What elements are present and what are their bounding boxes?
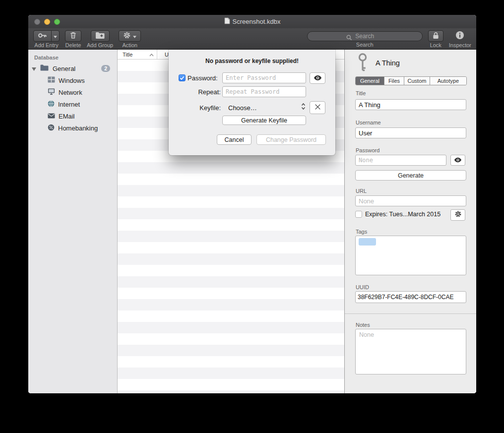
inspector-toggle-button[interactable]	[455, 30, 464, 42]
tab-general[interactable]: General	[356, 77, 384, 85]
gear-icon	[123, 31, 131, 41]
sidebar: Database General 2 Windows Network Inter…	[28, 50, 118, 393]
inspector-label: Inspector	[449, 42, 471, 49]
disclosure-triangle-icon[interactable]	[32, 65, 36, 72]
clear-keyfile-button[interactable]	[310, 101, 325, 114]
sidebar-item-label: Internet	[58, 101, 80, 108]
network-icon	[48, 88, 55, 96]
coin-percent-icon	[48, 124, 55, 132]
folder-plus-icon	[95, 32, 105, 41]
column-header-title[interactable]: Title	[118, 50, 157, 59]
titlebar: Screenshot.kdbx	[28, 15, 476, 28]
sidebar-item-label: Windows	[59, 77, 85, 84]
entry-title: A Thing	[376, 59, 400, 67]
eye-icon	[314, 74, 322, 83]
sidebar-item-email[interactable]: EMail	[28, 110, 117, 122]
url-field[interactable]	[355, 195, 466, 206]
new-password-input[interactable]	[222, 72, 306, 83]
entry-count-badge: 2	[101, 65, 110, 72]
tab-files[interactable]: Files	[384, 77, 404, 85]
action-label: Action	[122, 42, 137, 49]
username-label: Username	[356, 120, 381, 125]
close-button[interactable]	[34, 19, 40, 25]
tags-label: Tags	[356, 229, 367, 235]
chevron-down-icon	[54, 32, 57, 40]
change-password-button[interactable]: Change Password	[256, 134, 326, 145]
expires-checkbox[interactable]	[355, 211, 362, 218]
cancel-button[interactable]: Cancel	[217, 134, 252, 145]
toolbar-item-inspector: Inspector	[449, 30, 471, 49]
generate-keyfile-button[interactable]: Generate Keyfile	[222, 116, 306, 125]
repeat-password-input[interactable]	[222, 86, 306, 97]
toolbar: Add Entry Delete Add Group Action Search	[28, 28, 476, 50]
expires-settings-button[interactable]	[450, 209, 465, 221]
add-entry-label: Add Entry	[34, 42, 58, 49]
sidebar-item-label: EMail	[59, 113, 75, 120]
sidebar-item-network[interactable]: Network	[28, 86, 117, 98]
lock-icon	[433, 32, 439, 41]
windows-icon	[48, 76, 55, 84]
sidebar-item-homebanking[interactable]: Homebanking	[28, 122, 117, 134]
notes-placeholder: None	[359, 331, 374, 338]
sidebar-item-internet[interactable]: Internet	[28, 98, 117, 110]
password-field[interactable]	[355, 155, 446, 166]
reveal-new-password-button[interactable]	[310, 72, 325, 84]
expires-label: Expires: Tues...March 2015	[365, 211, 441, 218]
delete-label: Delete	[65, 42, 81, 49]
sort-ascending-icon	[149, 52, 154, 58]
toolbar-item-action: Action	[119, 30, 141, 49]
tab-custom[interactable]: Custom	[404, 77, 430, 85]
delete-button[interactable]	[65, 30, 81, 42]
title-field[interactable]	[355, 99, 466, 110]
sidebar-item-windows[interactable]: Windows	[28, 74, 117, 86]
globe-icon	[48, 100, 55, 109]
uuid-label: UUID	[356, 284, 369, 290]
sidebar-item-label: Network	[59, 89, 82, 96]
notes-field[interactable]: None	[355, 329, 466, 374]
password-checkbox[interactable]	[179, 74, 186, 81]
generate-password-button[interactable]: Generate	[355, 170, 466, 181]
url-label: URL	[356, 188, 367, 194]
username-field[interactable]	[355, 127, 466, 138]
chevron-down-icon	[133, 32, 136, 40]
sidebar-item-general[interactable]: General 2	[28, 62, 117, 74]
lock-label: Lock	[430, 42, 441, 49]
toolbar-item-add-entry: Add Entry	[33, 30, 60, 49]
reveal-password-button[interactable]	[450, 155, 465, 166]
search-input[interactable]	[308, 32, 422, 41]
column-header-username[interactable]: U	[157, 52, 169, 58]
tags-field[interactable]	[355, 236, 466, 275]
add-entry-dropdown[interactable]	[51, 30, 60, 42]
info-circle-icon	[455, 31, 464, 42]
minimize-button[interactable]	[44, 19, 50, 25]
tag-token[interactable]	[359, 238, 376, 246]
keyfile-popup[interactable]: Choose…	[228, 104, 257, 112]
key-icon	[38, 32, 47, 41]
eye-icon	[454, 156, 462, 165]
gear-icon	[454, 210, 462, 220]
notes-label: Notes	[356, 322, 370, 328]
envelope-icon	[48, 113, 55, 120]
title-label: Title	[356, 90, 366, 96]
app-window: Screenshot.kdbx Add Entry Delete Add Gro…	[28, 15, 476, 393]
lock-button[interactable]	[428, 30, 443, 42]
sheet-message: No password or keyfile supplied!	[169, 58, 335, 64]
action-button[interactable]	[119, 30, 141, 42]
add-entry-button[interactable]	[33, 30, 52, 42]
inspector-tabs: General Files Custom Autotype	[355, 76, 467, 85]
add-group-label: Add Group	[87, 42, 113, 49]
repeat-field-label: Repeat:	[169, 88, 221, 96]
zoom-button[interactable]	[54, 19, 60, 25]
updown-chevron-icon[interactable]	[301, 103, 306, 112]
toolbar-item-delete: Delete	[65, 30, 81, 49]
tab-autotype[interactable]: Autotype	[430, 77, 466, 85]
content-area: Database General 2 Windows Network Inter…	[28, 50, 476, 393]
expires-row: Expires: Tues...March 2015	[355, 211, 441, 218]
traffic-lights	[34, 15, 60, 28]
uuid-field[interactable]	[355, 291, 466, 303]
password-field-label: Password:	[188, 74, 218, 82]
folder-icon	[40, 64, 49, 72]
column-title-label: Title	[123, 52, 132, 58]
inspector-panel: A Thing General Files Custom Autotype Ti…	[345, 50, 476, 393]
add-group-button[interactable]	[91, 30, 110, 42]
